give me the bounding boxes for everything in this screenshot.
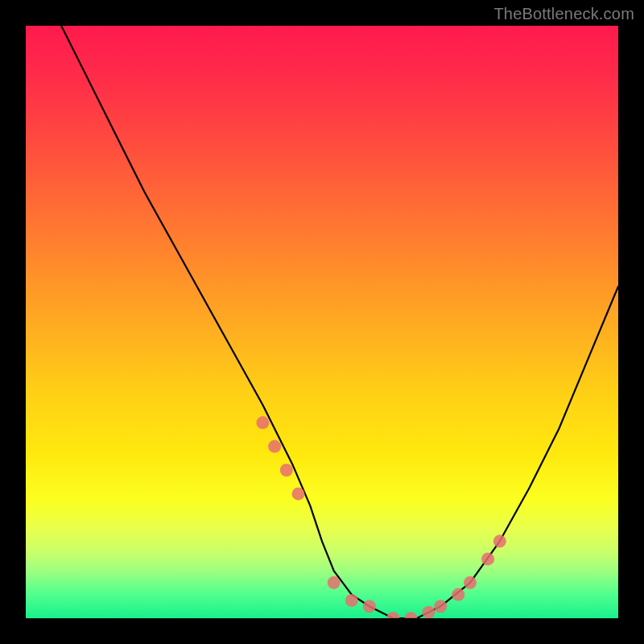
marker-curve-markers — [481, 552, 494, 565]
marker-curve-markers — [386, 612, 399, 618]
marker-curve-markers — [256, 416, 269, 429]
marker-curve-markers — [292, 487, 305, 500]
marker-curve-markers — [404, 612, 417, 618]
marker-curve-markers — [328, 576, 341, 589]
plot-svg — [26, 26, 618, 618]
marker-curve-markers — [422, 606, 435, 618]
marker-curve-markers — [464, 576, 477, 589]
marker-curve-markers — [345, 594, 358, 607]
marker-curve-markers — [280, 464, 293, 477]
marker-curve-markers — [434, 600, 447, 613]
marker-curve-markers — [363, 600, 376, 613]
marker-curve-markers — [452, 588, 464, 601]
marker-curve-markers — [493, 535, 506, 547]
plot-area — [26, 26, 618, 618]
series-bottleneck-curve — [61, 26, 618, 618]
marker-curve-markers — [268, 440, 281, 453]
watermark-text: TheBottleneck.com — [493, 5, 634, 23]
chart-frame: TheBottleneck.com — [0, 0, 644, 644]
